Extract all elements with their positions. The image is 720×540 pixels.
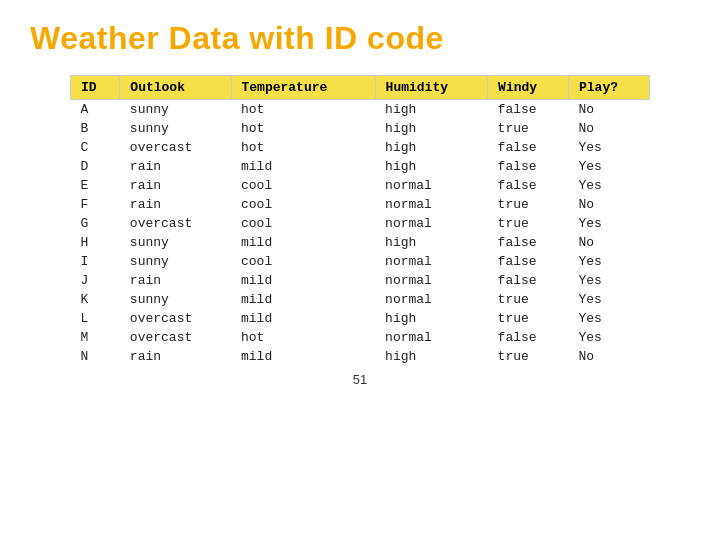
cell-r13-c5: No bbox=[569, 347, 650, 366]
cell-r5-c2: cool bbox=[231, 195, 375, 214]
cell-r8-c3: normal bbox=[375, 252, 488, 271]
table-row: DrainmildhighfalseYes bbox=[71, 157, 650, 176]
cell-r3-c4: false bbox=[488, 157, 569, 176]
cell-r1-c1: sunny bbox=[120, 119, 231, 138]
cell-r12-c3: normal bbox=[375, 328, 488, 347]
cell-r6-c1: overcast bbox=[120, 214, 231, 233]
cell-r5-c5: No bbox=[569, 195, 650, 214]
cell-r5-c3: normal bbox=[375, 195, 488, 214]
table-row: NrainmildhightrueNo bbox=[71, 347, 650, 366]
cell-r0-c1: sunny bbox=[120, 100, 231, 120]
cell-r0-c0: A bbox=[71, 100, 120, 120]
cell-r6-c5: Yes bbox=[569, 214, 650, 233]
page-title: Weather Data with ID code bbox=[30, 20, 444, 57]
cell-r11-c0: L bbox=[71, 309, 120, 328]
column-header-id: ID bbox=[71, 76, 120, 100]
weather-table: IDOutlookTemperatureHumidityWindyPlay? A… bbox=[70, 75, 650, 366]
table-row: LovercastmildhightrueYes bbox=[71, 309, 650, 328]
cell-r1-c0: B bbox=[71, 119, 120, 138]
cell-r9-c1: rain bbox=[120, 271, 231, 290]
cell-r7-c1: sunny bbox=[120, 233, 231, 252]
table-row: FraincoolnormaltrueNo bbox=[71, 195, 650, 214]
page-number: 51 bbox=[353, 372, 367, 387]
table-row: IsunnycoolnormalfalseYes bbox=[71, 252, 650, 271]
cell-r9-c5: Yes bbox=[569, 271, 650, 290]
cell-r9-c2: mild bbox=[231, 271, 375, 290]
cell-r10-c3: normal bbox=[375, 290, 488, 309]
cell-r5-c0: F bbox=[71, 195, 120, 214]
cell-r5-c4: true bbox=[488, 195, 569, 214]
cell-r10-c5: Yes bbox=[569, 290, 650, 309]
cell-r3-c3: high bbox=[375, 157, 488, 176]
cell-r2-c4: false bbox=[488, 138, 569, 157]
cell-r6-c3: normal bbox=[375, 214, 488, 233]
table-row: JrainmildnormalfalseYes bbox=[71, 271, 650, 290]
table-row: KsunnymildnormaltrueYes bbox=[71, 290, 650, 309]
cell-r3-c0: D bbox=[71, 157, 120, 176]
column-header-outlook: Outlook bbox=[120, 76, 231, 100]
cell-r9-c4: false bbox=[488, 271, 569, 290]
cell-r2-c1: overcast bbox=[120, 138, 231, 157]
cell-r1-c3: high bbox=[375, 119, 488, 138]
cell-r4-c0: E bbox=[71, 176, 120, 195]
cell-r2-c2: hot bbox=[231, 138, 375, 157]
cell-r0-c5: No bbox=[569, 100, 650, 120]
cell-r13-c4: true bbox=[488, 347, 569, 366]
cell-r10-c0: K bbox=[71, 290, 120, 309]
page: Weather Data with ID code IDOutlookTempe… bbox=[0, 0, 720, 540]
cell-r8-c1: sunny bbox=[120, 252, 231, 271]
cell-r13-c3: high bbox=[375, 347, 488, 366]
cell-r8-c2: cool bbox=[231, 252, 375, 271]
table-row: HsunnymildhighfalseNo bbox=[71, 233, 650, 252]
cell-r2-c0: C bbox=[71, 138, 120, 157]
cell-r13-c1: rain bbox=[120, 347, 231, 366]
column-header-windy: Windy bbox=[488, 76, 569, 100]
cell-r0-c3: high bbox=[375, 100, 488, 120]
cell-r3-c1: rain bbox=[120, 157, 231, 176]
column-header-humidity: Humidity bbox=[375, 76, 488, 100]
cell-r6-c4: true bbox=[488, 214, 569, 233]
cell-r12-c2: hot bbox=[231, 328, 375, 347]
cell-r10-c2: mild bbox=[231, 290, 375, 309]
cell-r7-c0: H bbox=[71, 233, 120, 252]
column-header-temperature: Temperature bbox=[231, 76, 375, 100]
cell-r8-c0: I bbox=[71, 252, 120, 271]
cell-r10-c4: true bbox=[488, 290, 569, 309]
cell-r12-c4: false bbox=[488, 328, 569, 347]
cell-r11-c2: mild bbox=[231, 309, 375, 328]
cell-r10-c1: sunny bbox=[120, 290, 231, 309]
column-header-play?: Play? bbox=[569, 76, 650, 100]
cell-r11-c5: Yes bbox=[569, 309, 650, 328]
cell-r3-c5: Yes bbox=[569, 157, 650, 176]
table-row: CovercasthothighfalseYes bbox=[71, 138, 650, 157]
cell-r1-c5: No bbox=[569, 119, 650, 138]
cell-r13-c0: N bbox=[71, 347, 120, 366]
cell-r0-c4: false bbox=[488, 100, 569, 120]
cell-r11-c1: overcast bbox=[120, 309, 231, 328]
cell-r12-c5: Yes bbox=[569, 328, 650, 347]
cell-r9-c0: J bbox=[71, 271, 120, 290]
cell-r0-c2: hot bbox=[231, 100, 375, 120]
cell-r4-c5: Yes bbox=[569, 176, 650, 195]
cell-r4-c2: cool bbox=[231, 176, 375, 195]
table-body: AsunnyhothighfalseNoBsunnyhothightrueNoC… bbox=[71, 100, 650, 367]
table-row: AsunnyhothighfalseNo bbox=[71, 100, 650, 120]
cell-r8-c5: Yes bbox=[569, 252, 650, 271]
table-row: GovercastcoolnormaltrueYes bbox=[71, 214, 650, 233]
table-container: IDOutlookTemperatureHumidityWindyPlay? A… bbox=[70, 75, 650, 366]
cell-r11-c4: true bbox=[488, 309, 569, 328]
cell-r5-c1: rain bbox=[120, 195, 231, 214]
cell-r9-c3: normal bbox=[375, 271, 488, 290]
cell-r4-c1: rain bbox=[120, 176, 231, 195]
cell-r7-c2: mild bbox=[231, 233, 375, 252]
cell-r6-c2: cool bbox=[231, 214, 375, 233]
cell-r6-c0: G bbox=[71, 214, 120, 233]
cell-r11-c3: high bbox=[375, 309, 488, 328]
cell-r8-c4: false bbox=[488, 252, 569, 271]
cell-r7-c5: No bbox=[569, 233, 650, 252]
cell-r13-c2: mild bbox=[231, 347, 375, 366]
cell-r12-c1: overcast bbox=[120, 328, 231, 347]
table-header: IDOutlookTemperatureHumidityWindyPlay? bbox=[71, 76, 650, 100]
table-row: MovercasthotnormalfalseYes bbox=[71, 328, 650, 347]
cell-r12-c0: M bbox=[71, 328, 120, 347]
